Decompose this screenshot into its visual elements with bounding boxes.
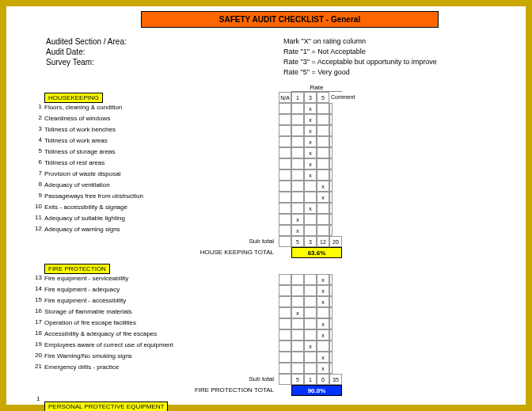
rating-cell <box>291 125 304 136</box>
na-cell <box>279 318 291 329</box>
rating-cell <box>304 318 317 329</box>
rating-cell <box>291 318 304 329</box>
rating-cell <box>304 214 317 225</box>
rating-cell: x <box>291 307 304 318</box>
na-cell <box>279 329 291 341</box>
row-description: Accessibility & adequacy of fire escapes <box>44 329 279 341</box>
row-number: 5 <box>30 147 44 158</box>
comment-cell <box>329 147 332 158</box>
section-title: HOUSEKEEPING <box>44 93 103 103</box>
rating-cell <box>304 307 317 318</box>
row-description: Passageways free from obstruction <box>44 192 279 203</box>
rating-cell <box>291 158 304 169</box>
comment-cell <box>329 203 332 214</box>
comment-cell <box>329 225 332 236</box>
rating-cell <box>291 192 304 203</box>
row-number: 11 <box>30 214 44 225</box>
document-page: SAFETY AUDIT CHECKLIST - General Audited… <box>6 6 526 405</box>
rating-cell: x <box>304 103 317 114</box>
title-bar: SAFETY AUDIT CHECKLIST - General <box>141 11 439 28</box>
na-cell <box>279 363 291 374</box>
comment-cell <box>329 307 332 318</box>
section-total-label: HOUSE KEEPING TOTAL <box>44 247 279 258</box>
subtotal-cell: 3 <box>304 236 317 247</box>
column-header: N/A <box>279 92 291 103</box>
rating-cell: x <box>317 352 329 363</box>
rating-cell <box>291 136 304 147</box>
rating-cell: x <box>304 158 317 169</box>
column-header: 1 <box>291 92 304 103</box>
row-number: 9 <box>30 192 44 203</box>
rating-cell <box>304 192 317 203</box>
row-description: Employees aware of correct use of equipm… <box>44 341 279 352</box>
row-description: Adequacy of warning signs <box>44 225 279 236</box>
audited-section-label: Audited Section / Area: <box>30 37 283 46</box>
page-number: 1 <box>36 395 40 402</box>
rating-cell: x <box>304 169 317 181</box>
comment-cell <box>329 192 332 203</box>
na-cell <box>279 214 291 225</box>
rating-cell <box>317 225 329 236</box>
na-cell <box>279 147 291 158</box>
rating-cell: x <box>317 296 329 307</box>
na-cell <box>279 307 291 318</box>
rating-cell: x <box>304 341 317 352</box>
rating-cell <box>291 103 304 114</box>
row-description: Cleanliness of windows <box>44 114 279 125</box>
survey-team-label: Survey Team: <box>30 58 283 67</box>
row-number: 7 <box>30 169 44 181</box>
rating-cell <box>317 307 329 318</box>
row-number: 18 <box>30 329 44 341</box>
rating-cell: x <box>291 225 304 236</box>
na-cell <box>279 285 291 296</box>
comment-cell <box>329 169 332 181</box>
row-description: Provision of waste disposal <box>44 169 279 181</box>
row-description: Fire equipment - adequacy <box>44 285 279 296</box>
na-cell <box>279 136 291 147</box>
comment-cell <box>329 125 332 136</box>
instruction-4: Rate "5" = Very good <box>283 68 502 76</box>
rating-cell <box>291 114 304 125</box>
comment-cell <box>329 214 332 225</box>
row-number: 20 <box>30 352 44 363</box>
subtotal-cell: 5 <box>291 236 304 247</box>
subtotal-cell: 35 <box>329 374 342 385</box>
rating-cell: x <box>317 192 329 203</box>
rating-cell <box>304 296 317 307</box>
row-description: Fire Warning/No smoking signs <box>44 352 279 363</box>
rating-cell: x <box>317 274 329 285</box>
row-number: 21 <box>30 363 44 374</box>
rating-cell <box>304 329 317 341</box>
subtotal-label: Sub total <box>44 374 279 385</box>
subtotal-cell <box>279 236 291 247</box>
comment-cell <box>329 103 332 114</box>
rating-cell: x <box>304 147 317 158</box>
rating-cell <box>291 147 304 158</box>
rating-cell <box>317 169 329 181</box>
na-cell <box>279 169 291 181</box>
na-cell <box>279 103 291 114</box>
row-description: Adequacy of ventilation <box>44 181 279 192</box>
rating-cell <box>317 136 329 147</box>
na-cell <box>279 192 291 203</box>
rating-cell <box>317 341 329 352</box>
instruction-1: Mark "X" on rating column <box>283 37 502 46</box>
rating-cell <box>304 181 317 192</box>
column-header: 3 <box>304 92 317 103</box>
section-total-label: FIRE PROTECTION TOTAL <box>44 385 279 396</box>
rating-cell <box>317 147 329 158</box>
rating-cell <box>317 158 329 169</box>
comment-cell <box>329 341 332 352</box>
rating-cell <box>291 363 304 374</box>
row-description: Operation of fire escape facilities <box>44 318 279 329</box>
column-header-comment: Comment <box>329 92 355 103</box>
subtotal-cell: 1 <box>304 374 317 385</box>
rating-cell: x <box>317 181 329 192</box>
rating-cell: x <box>317 329 329 341</box>
subtotal-cell: 12 <box>317 236 329 247</box>
row-description: Adequacy of suitable lighting <box>44 214 279 225</box>
comment-cell <box>329 136 332 147</box>
comment-cell <box>329 329 332 341</box>
na-cell <box>279 181 291 192</box>
row-description: Emergency drills - practice <box>44 363 279 374</box>
